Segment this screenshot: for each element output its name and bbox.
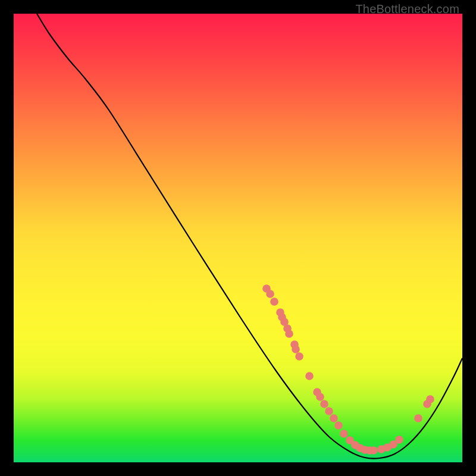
data-marker bbox=[325, 407, 333, 415]
watermark-text: TheBottleneck.com bbox=[355, 2, 459, 16]
chart-area bbox=[14, 14, 462, 462]
data-marker bbox=[292, 345, 300, 353]
data-marker bbox=[305, 372, 314, 380]
data-marker bbox=[395, 436, 403, 444]
data-marker bbox=[266, 290, 274, 298]
data-marker bbox=[369, 446, 378, 455]
data-marker bbox=[320, 400, 328, 408]
data-marker bbox=[330, 414, 338, 422]
data-marker bbox=[316, 393, 324, 401]
data-marker bbox=[334, 421, 343, 430]
data-marker bbox=[426, 395, 434, 403]
bottleneck-curve bbox=[37, 14, 462, 459]
data-marker bbox=[414, 414, 422, 422]
data-marker bbox=[285, 330, 293, 338]
chart-svg bbox=[14, 14, 462, 462]
data-marker bbox=[295, 352, 303, 361]
data-marker bbox=[340, 430, 348, 438]
data-marker bbox=[270, 298, 278, 306]
data-markers bbox=[262, 284, 434, 455]
